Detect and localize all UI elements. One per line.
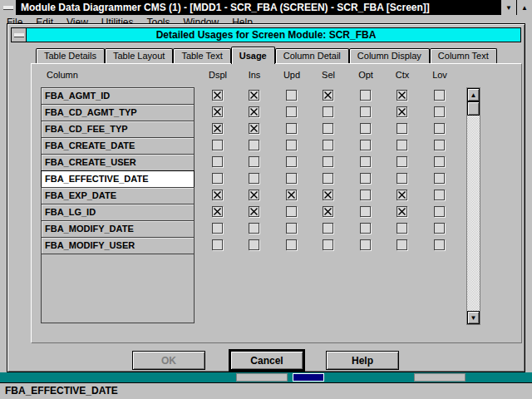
check-x-icon <box>249 190 259 200</box>
checkbox-upd-fba_create_date[interactable] <box>286 140 297 150</box>
tab-table-details[interactable]: Table Details <box>36 48 105 63</box>
window-controls: ▼ ▲ <box>500 0 532 15</box>
checkbox-opt-fba_cd_fee_typ[interactable] <box>360 123 371 134</box>
checkbox-ctx-fba_agmt_id[interactable] <box>397 90 407 101</box>
checkbox-ctx-fba_lg_id[interactable] <box>397 206 407 217</box>
checkbox-opt-fba_modify_user[interactable] <box>360 239 371 250</box>
checkbox-sel-fba_lg_id[interactable] <box>323 206 333 217</box>
checkbox-ins-fba_modify_user[interactable] <box>249 239 259 250</box>
ok-button[interactable]: OK <box>132 351 205 370</box>
checkbox-upd-fba_cd_fee_typ[interactable] <box>286 123 297 134</box>
checkbox-sel-fba_cd_fee_typ[interactable] <box>323 123 333 134</box>
scrollbar-thumb[interactable] <box>467 101 480 116</box>
checkbox-ctx-fba_effective_date[interactable] <box>397 173 407 184</box>
checkbox-opt-fba_exp_date[interactable] <box>360 190 371 200</box>
checkbox-ctx-fba_cd_agmt_typ[interactable] <box>397 106 407 117</box>
checkbox-ins-fba_agmt_id[interactable] <box>249 90 259 101</box>
checkbox-ctx-fba_exp_date[interactable] <box>397 190 407 200</box>
checkbox-upd-fba_exp_date[interactable] <box>286 190 297 200</box>
checkbox-ctx-fba_modify_date[interactable] <box>397 223 407 234</box>
checkbox-lov-fba_effective_date[interactable] <box>434 173 445 184</box>
checkbox-ins-fba_cd_agmt_typ[interactable] <box>249 106 259 117</box>
checkbox-upd-fba_modify_user[interactable] <box>286 239 297 250</box>
checkbox-ctx-fba_create_user[interactable] <box>397 156 407 167</box>
button-bar: OKCancelHelp <box>7 351 526 370</box>
checkbox-upd-fba_create_user[interactable] <box>286 156 297 167</box>
checkbox-lov-fba_create_user[interactable] <box>434 156 445 167</box>
checkbox-dspl-fba_agmt_id[interactable] <box>212 90 223 101</box>
check-x-icon <box>323 207 332 216</box>
vertical-scrollbar[interactable]: ▲ ▼ <box>466 87 480 325</box>
tab-usage[interactable]: Usage <box>231 47 275 64</box>
checkbox-sel-fba_effective_date[interactable] <box>323 173 333 184</box>
checkbox-dspl-fba_exp_date[interactable] <box>212 190 223 200</box>
dialog-titlebar[interactable]: Detailed Usages for Screen Module: SCR_F… <box>11 27 521 42</box>
checkbox-ctx-fba_cd_fee_typ[interactable] <box>397 123 407 134</box>
checkbox-opt-fba_modify_date[interactable] <box>360 223 371 234</box>
system-menu-button[interactable] <box>0 0 17 15</box>
check-x-icon <box>287 190 296 200</box>
status-bar: FBA_EFFECTIVE_DATE <box>0 382 532 399</box>
checkbox-dspl-fba_cd_fee_typ[interactable] <box>212 123 223 134</box>
tab-column-detail[interactable]: Column Detail <box>275 48 349 63</box>
checkbox-dspl-fba_create_user[interactable] <box>212 156 223 167</box>
checkbox-ins-fba_cd_fee_typ[interactable] <box>249 123 259 134</box>
tab-table-layout[interactable]: Table Layout <box>105 48 173 63</box>
checkbox-opt-fba_cd_agmt_typ[interactable] <box>360 106 371 117</box>
checkbox-ins-fba_modify_date[interactable] <box>249 223 259 234</box>
checkbox-upd-fba_agmt_id[interactable] <box>286 90 297 101</box>
checkbox-dspl-fba_modify_user[interactable] <box>212 239 223 250</box>
checkbox-opt-fba_effective_date[interactable] <box>360 173 371 184</box>
checkbox-opt-fba_agmt_id[interactable] <box>360 90 371 101</box>
checkbox-lov-fba_lg_id[interactable] <box>434 206 445 217</box>
checkbox-upd-fba_lg_id[interactable] <box>286 206 297 217</box>
checkbox-upd-fba_effective_date[interactable] <box>286 173 297 184</box>
check-x-icon <box>213 91 222 100</box>
checkbox-sel-fba_modify_date[interactable] <box>323 223 333 234</box>
checkbox-sel-fba_exp_date[interactable] <box>323 190 333 200</box>
checkbox-lov-fba_exp_date[interactable] <box>434 190 445 200</box>
dialog-system-menu-button[interactable] <box>12 28 27 42</box>
checkbox-lov-fba_modify_date[interactable] <box>434 223 445 234</box>
checkbox-dspl-fba_effective_date[interactable] <box>212 173 223 184</box>
checkbox-sel-fba_cd_agmt_typ[interactable] <box>323 106 333 117</box>
checkbox-ctx-fba_create_date[interactable] <box>397 140 407 150</box>
checkbox-ctx-fba_modify_user[interactable] <box>397 239 407 250</box>
checkbox-dspl-fba_modify_date[interactable] <box>212 223 223 234</box>
checkbox-lov-fba_cd_fee_typ[interactable] <box>434 123 445 134</box>
help-button[interactable]: Help <box>326 351 399 370</box>
checkbox-lov-fba_cd_agmt_typ[interactable] <box>434 106 445 117</box>
check-x-icon <box>249 124 259 133</box>
checkbox-ins-fba_create_user[interactable] <box>249 156 259 167</box>
checkbox-opt-fba_create_date[interactable] <box>360 140 371 150</box>
tab-column-text[interactable]: Column Text <box>430 48 497 63</box>
checkbox-sel-fba_modify_user[interactable] <box>323 239 333 250</box>
checkbox-sel-fba_create_date[interactable] <box>323 140 333 150</box>
scroll-up-button[interactable]: ▲ <box>467 88 480 101</box>
checkbox-ins-fba_lg_id[interactable] <box>249 206 259 217</box>
scroll-down-button[interactable]: ▼ <box>467 311 480 324</box>
checkbox-ins-fba_effective_date[interactable] <box>249 173 259 184</box>
checkbox-ins-fba_create_date[interactable] <box>249 140 259 150</box>
checkbox-sel-fba_create_user[interactable] <box>323 156 333 167</box>
checkbox-upd-fba_cd_agmt_typ[interactable] <box>286 106 297 117</box>
tab-column-display[interactable]: Column Display <box>349 48 430 63</box>
maximize-button[interactable]: ▲ <box>516 0 532 15</box>
checkbox-sel-fba_agmt_id[interactable] <box>323 90 333 101</box>
checkbox-dspl-fba_create_date[interactable] <box>212 140 223 150</box>
window-fragment <box>414 373 466 382</box>
app-titlebar: Module Data Diagrammer CMS (1) - [MDD1 -… <box>0 0 532 15</box>
checkbox-dspl-fba_cd_agmt_typ[interactable] <box>212 106 223 117</box>
tab-table-text[interactable]: Table Text <box>173 48 230 63</box>
checkbox-upd-fba_modify_date[interactable] <box>286 223 297 234</box>
cancel-button[interactable]: Cancel <box>230 351 303 370</box>
checkbox-lov-fba_modify_user[interactable] <box>434 239 445 250</box>
checkbox-opt-fba_create_user[interactable] <box>360 156 371 167</box>
checkbox-lov-fba_agmt_id[interactable] <box>434 90 445 101</box>
checkbox-lov-fba_create_date[interactable] <box>434 140 445 150</box>
check-x-icon <box>397 91 406 100</box>
checkbox-dspl-fba_lg_id[interactable] <box>212 206 223 217</box>
minimize-button[interactable]: ▼ <box>500 0 516 15</box>
checkbox-ins-fba_exp_date[interactable] <box>249 190 259 200</box>
checkbox-opt-fba_lg_id[interactable] <box>360 206 371 217</box>
